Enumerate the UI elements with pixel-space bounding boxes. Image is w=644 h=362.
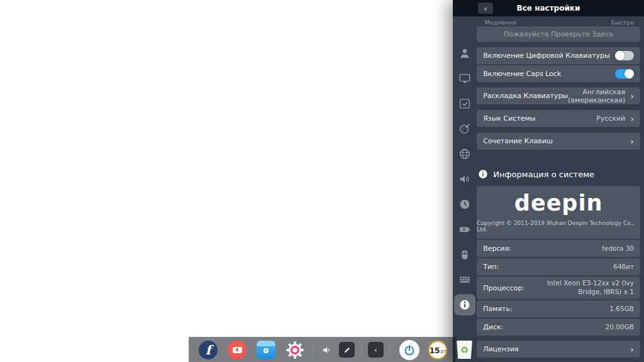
shutdown-button[interactable] [399, 340, 419, 360]
chevron-right-icon: › [630, 92, 634, 101]
spec-processor-value: Intel Xeon E3-12xx v2 (Ivy Bridge, IBRS)… [535, 279, 634, 296]
camera-icon [233, 347, 242, 353]
system-info-title: Информация о системе [493, 170, 594, 179]
slider-label-slow: Медленно [484, 19, 516, 26]
panel-title: Все настройки [517, 4, 580, 13]
sidebar-item-personalization[interactable] [457, 121, 472, 136]
mouse-icon [458, 248, 472, 261]
shortcuts-label: Сочетание Клавиш [483, 137, 553, 145]
keyboard-layout-label: Раскладка Клавиатуры [483, 92, 568, 100]
tray-collapse-button[interactable]: ‹ [368, 342, 384, 358]
fedora-launcher-icon[interactable]: f [199, 341, 218, 359]
battery-icon [458, 222, 472, 236]
sidebar-item-mouse[interactable] [457, 247, 472, 262]
spec-disk-row: Диск: 20.00GB [477, 319, 640, 336]
spec-type-value: 64бит [613, 263, 634, 272]
deepin-branding-card: deepin Copyright © 2011-2019 Wuhan Deepi… [477, 186, 640, 239]
clock-plugin[interactable]: 15 27 [428, 341, 447, 359]
control-center-panel: ‹ Все настройки [453, 0, 644, 362]
toggle-knob [625, 69, 634, 79]
control-center-icon[interactable] [286, 341, 304, 359]
window-check-icon [458, 97, 472, 111]
monitor-icon [458, 72, 472, 85]
capslock-toggle-label: Включение Caps Lock [483, 70, 561, 78]
volume-tray-icon[interactable] [321, 344, 333, 356]
spec-type-label: Тип: [483, 263, 499, 271]
system-info-section-header: Информация о системе [478, 168, 640, 180]
repeat-rate-slider-labels: Медленно Быстро [484, 19, 634, 26]
sidebar-item-system-info[interactable] [454, 294, 475, 315]
user-icon [458, 47, 472, 60]
spec-type-row: Тип: 64бит [477, 258, 640, 275]
input-method-tray-icon[interactable] [339, 342, 355, 358]
spec-memory-value: 1.65GB [609, 305, 634, 314]
fedora-glyph: f [206, 343, 211, 358]
dock-separator [361, 345, 362, 355]
back-icon: ‹ [484, 4, 487, 13]
info-icon [458, 299, 471, 311]
deepin-logo: deepin [514, 192, 603, 214]
spec-version-label: Версия: [483, 244, 511, 253]
chevron-left-icon: ‹ [374, 346, 377, 354]
clock-icon [458, 197, 472, 211]
trash-icon[interactable]: ♻ [456, 341, 473, 359]
globe-icon [458, 147, 472, 161]
chevron-right-icon: › [630, 137, 634, 146]
keyboard-layout-row[interactable]: Раскладка Клавиатуры Английская (америка… [477, 87, 640, 104]
copyright-text: Copyright © 2011-2019 Wuhan Deepin Techn… [477, 220, 640, 233]
capslock-toggle[interactable] [615, 69, 634, 79]
sidebar-item-keyboard[interactable] [457, 272, 472, 287]
system-language-row[interactable]: Язык Системы Русский › [477, 110, 640, 127]
sidebar-item-default-apps[interactable] [457, 96, 472, 111]
file-manager-badge [264, 348, 269, 353]
clock-hours: 15 [430, 347, 440, 354]
sidebar-item-power[interactable] [457, 222, 472, 237]
system-language-label: Язык Системы [483, 114, 535, 123]
system-language-value: Русский [596, 114, 630, 123]
numpad-toggle-row: Включение Цифровой Клавиатуры [477, 47, 640, 64]
back-button[interactable]: ‹ [478, 3, 493, 14]
pen-icon [343, 346, 352, 354]
sidebar-item-network[interactable] [457, 146, 472, 162]
dock-separator [313, 343, 314, 357]
shortcuts-row[interactable]: Сочетание Клавиш › [477, 133, 640, 150]
sidebar-item-time-date[interactable] [457, 197, 472, 212]
spec-memory-row: Память: 1.65GB [477, 300, 640, 317]
info-icon [478, 169, 488, 179]
spec-version-row: Версия: fedora 30 [477, 240, 640, 257]
desktop: ‹ Все настройки [0, 0, 644, 362]
numpad-toggle-label: Включение Цифровой Клавиатуры [483, 52, 610, 60]
spec-disk-label: Диск: [483, 323, 503, 331]
spec-memory-label: Память: [483, 305, 513, 313]
settings-sidebar [453, 16, 477, 362]
chevron-right-icon: › [630, 114, 634, 123]
license-label: Лицензия [483, 345, 518, 353]
palette-icon [458, 122, 472, 136]
power-icon [402, 343, 416, 357]
dock-separator [390, 345, 391, 355]
numpad-toggle[interactable] [615, 51, 634, 60]
dock: f [189, 337, 455, 362]
keyboard-icon [458, 273, 472, 287]
recycle-glyph: ♻ [460, 344, 469, 356]
spec-processor-row: Процессор: Intel Xeon E3-12xx v2 (Ivy Br… [477, 277, 640, 299]
sidebar-item-display[interactable] [457, 71, 472, 86]
file-manager-icon[interactable] [257, 341, 275, 359]
spec-disk-value: 20.00GB [606, 323, 634, 332]
license-row[interactable]: Лицензия › [477, 341, 640, 358]
screen-recorder-icon[interactable] [228, 341, 247, 359]
settings-content: Медленно Быстро Пожалуйста Проверьте Зде… [477, 16, 644, 362]
chevron-right-icon: › [630, 345, 634, 354]
clock-minutes: 27 [440, 350, 446, 354]
test-input-placeholder: Пожалуйста Проверьте Здесь [504, 30, 613, 38]
sidebar-item-accounts[interactable] [457, 46, 472, 61]
gear-icon [286, 341, 304, 359]
speaker-icon [458, 172, 472, 186]
keyboard-test-input[interactable]: Пожалуйста Проверьте Здесь [477, 26, 640, 42]
slider-label-fast: Быстро [611, 19, 634, 26]
capslock-toggle-row: Включение Caps Lock [477, 65, 640, 82]
panel-header: ‹ Все настройки [453, 0, 644, 16]
sidebar-item-sound[interactable] [457, 172, 472, 187]
keyboard-layout-value: Английская (американская) [568, 88, 630, 104]
toggle-knob [615, 51, 625, 60]
